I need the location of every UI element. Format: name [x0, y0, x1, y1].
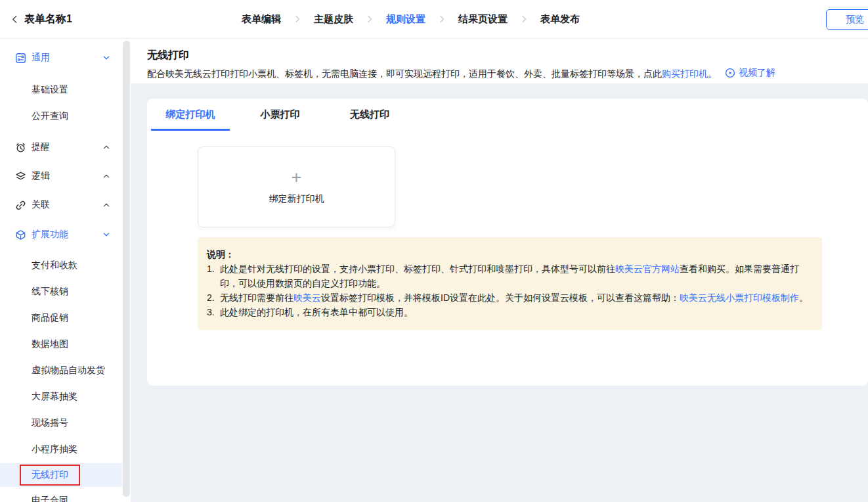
template-help-link[interactable]: 映美云无线小票打印模板制作	[680, 292, 799, 303]
play-circle-icon	[725, 68, 735, 78]
note-item-1: 1. 此处是针对无线打印的设置，支持小票打印、标签打印、针式打印和喷墨打印，具体…	[207, 262, 813, 290]
sidebar-item-miniprogram-lottery[interactable]: 小程序抽奖	[0, 440, 122, 459]
sidebar-item-data-map[interactable]: 数据地图	[0, 335, 122, 354]
sidebar-item-virtual-goods[interactable]: 虚拟物品自动发货	[0, 361, 122, 380]
step-theme-skin[interactable]: 主题皮肤	[314, 13, 353, 26]
back-button[interactable]: 表单名称1	[11, 0, 72, 38]
cube-icon	[15, 229, 26, 240]
chevron-right-icon	[293, 15, 301, 23]
layers-icon	[15, 171, 26, 182]
chevron-up-icon	[102, 172, 110, 180]
sidebar-item-live-draw[interactable]: 现场摇号	[0, 414, 122, 432]
sidebar-item-basic-settings[interactable]: 基础设置	[0, 81, 122, 99]
page-description: 配合映美无线云打印打印小票机、标签机，无需电脑连接，即可实现远程打印，适用于餐饮…	[147, 67, 868, 80]
note-item-2: 2. 无线打印需要前往映美云设置标签打印模板，并将模板ID设置在此处。关于如何设…	[207, 290, 813, 305]
printer-settings-panel: 绑定打印机 小票打印 无线打印 + 绑定新打印机 说明： 1. 此处是针对无线打…	[147, 99, 868, 386]
tab-wireless-printing[interactable]: 无线打印	[330, 99, 409, 131]
breadcrumb: 表单编辑 主题皮肤 规则设置 结果页设置 表单发布	[242, 0, 580, 38]
alarm-clock-icon	[15, 142, 26, 153]
content-header: 无线打印 配合映美无线云打印打印小票机、标签机，无需电脑连接，即可实现远程打印，…	[131, 39, 868, 83]
preview-button[interactable]: 预览	[826, 9, 868, 30]
sliders-icon	[15, 53, 26, 64]
step-form-publish[interactable]: 表单发布	[540, 13, 580, 26]
top-header: 表单名称1 表单编辑 主题皮肤 规则设置 结果页设置 表单发布 预览	[0, 0, 868, 39]
chevron-right-icon	[520, 15, 528, 23]
plus-icon: +	[292, 169, 302, 187]
sidebar-group-association[interactable]: 关联	[0, 196, 122, 214]
sidebar: 通用 基础设置 公开查询 提醒 逻辑 关联 扩展功能 支付和收款 线下核销 商品…	[0, 39, 131, 502]
sidebar-group-general[interactable]: 通用	[0, 49, 122, 67]
buy-printer-link[interactable]: 购买打印机	[662, 68, 708, 79]
chevron-up-icon	[102, 201, 110, 209]
bind-new-printer-button[interactable]: + 绑定新打印机	[198, 147, 395, 227]
tab-bind-printer[interactable]: 绑定打印机	[151, 99, 230, 131]
tab-receipt-printing[interactable]: 小票打印	[240, 99, 319, 131]
video-learn-link[interactable]: 视频了解	[725, 67, 775, 79]
sidebar-group-reminder[interactable]: 提醒	[0, 138, 122, 156]
chevron-right-icon	[366, 15, 374, 23]
note-title: 说明：	[207, 247, 813, 262]
step-result-page[interactable]: 结果页设置	[458, 13, 508, 26]
tab-bar: 绑定打印机 小票打印 无线打印	[147, 99, 868, 131]
note-item-3: 3. 此处绑定的打印机，在所有表单中都可以使用。	[207, 305, 813, 319]
sidebar-item-product-promotion[interactable]: 商品促销	[0, 309, 122, 327]
sidebar-item-payment[interactable]: 支付和收款	[0, 256, 122, 275]
step-form-edit[interactable]: 表单编辑	[242, 13, 281, 26]
sidebar-item-wireless-printing[interactable]: 无线打印	[0, 463, 122, 487]
sidebar-group-logic[interactable]: 逻辑	[0, 167, 122, 185]
sidebar-item-big-screen-lottery[interactable]: 大屏幕抽奖	[0, 388, 122, 406]
app-window: 表单名称1 表单编辑 主题皮肤 规则设置 结果页设置 表单发布 预览 通用 基础…	[0, 0, 868, 502]
sidebar-item-public-query[interactable]: 公开查询	[0, 107, 122, 126]
form-name: 表单名称1	[24, 12, 72, 26]
sidebar-group-extensions[interactable]: 扩展功能	[0, 225, 122, 244]
sidebar-scrollbar[interactable]	[123, 41, 130, 497]
link-icon	[15, 200, 26, 211]
chevron-down-icon	[102, 231, 110, 239]
chevron-right-icon	[438, 15, 446, 23]
yingmei-official-site-link[interactable]: 映美云官方网站	[615, 263, 680, 274]
chevron-left-icon	[11, 15, 19, 24]
instructions-note: 说明： 1. 此处是针对无线打印的设置，支持小票打印、标签打印、针式打印和喷墨打…	[198, 237, 822, 330]
content-background: 绑定打印机 小票打印 无线打印 + 绑定新打印机 说明： 1. 此处是针对无线打…	[131, 83, 868, 502]
sidebar-item-e-contract[interactable]: 电子合同	[0, 491, 122, 502]
page-title: 无线打印	[147, 49, 868, 62]
chevron-down-icon	[102, 54, 110, 62]
sidebar-item-offline-verification[interactable]: 线下核销	[0, 283, 122, 301]
yingmei-cloud-link[interactable]: 映美云	[293, 292, 321, 303]
step-rule-settings[interactable]: 规则设置	[386, 13, 425, 26]
chevron-up-icon	[102, 143, 110, 151]
